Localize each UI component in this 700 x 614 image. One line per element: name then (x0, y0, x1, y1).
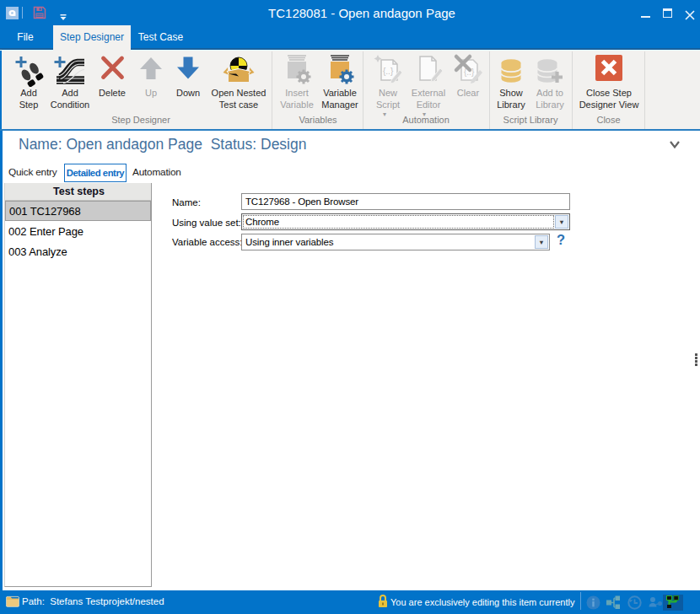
svg-text:{..}: {..} (383, 67, 394, 76)
